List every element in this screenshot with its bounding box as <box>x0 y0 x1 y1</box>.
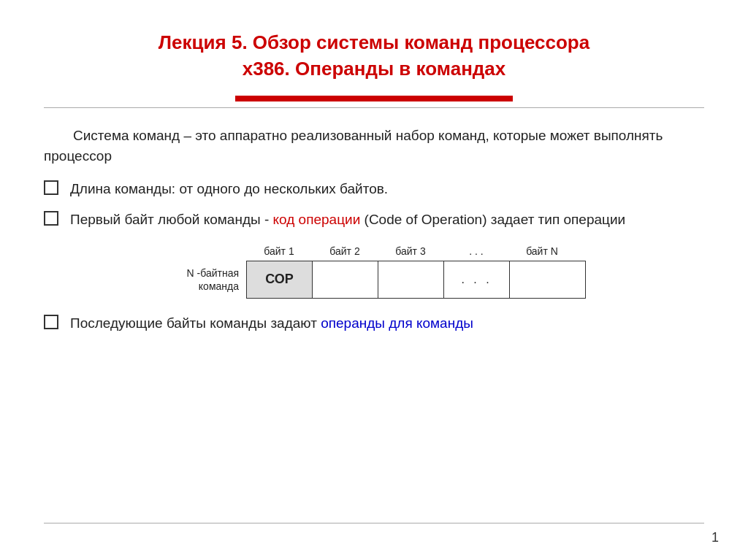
title-line1: Лекция 5. Обзор системы команд процессор… <box>159 31 589 53</box>
diagram-cells-container: СОР . . . <box>246 261 586 299</box>
slide-title: Лекция 5. Обзор системы команд процессор… <box>44 29 704 83</box>
title-line2: x386. Операнды в командах <box>243 58 506 80</box>
bullet-text-3: Последующие байты команды задают операнд… <box>70 313 704 334</box>
bullet-item-2: Первый байт любой команды - код операции… <box>44 210 704 231</box>
diagram-data-row: N -байтнаякоманда СОР . . . <box>162 261 586 299</box>
bullet-3-blue: операнды для команды <box>321 315 473 331</box>
diagram-header-byte2: байт 2 <box>312 245 378 257</box>
diagram-cell-cop: СОР <box>247 261 313 298</box>
bullet-3-before: Последующие байты команды задают <box>70 315 321 331</box>
bullet-text-1: Длина команды: от одного до нескольких б… <box>70 179 704 200</box>
checkbox-icon-1 <box>44 180 58 195</box>
bullet-2-before: Первый байт любой команды - <box>70 212 273 227</box>
diagram-row-label: N -байтнаякоманда <box>162 266 246 293</box>
diagram-cell-3 <box>378 261 444 298</box>
intro-text: Система команд – это аппаратно реализова… <box>44 126 704 167</box>
bullet-text-2: Первый байт любой команды - код операции… <box>70 210 704 231</box>
diagram-header-dots: . . . <box>443 245 509 257</box>
bullet-item-3: Последующие байты команды задают операнд… <box>44 313 704 334</box>
diagram-header-byte1: байт 1 <box>246 245 312 257</box>
bullet-item-1: Длина команды: от одного до нескольких б… <box>44 179 704 200</box>
slide: Лекция 5. Обзор системы команд процессор… <box>0 0 748 560</box>
bullet-2-after: (Code of Operation) задает тип операции <box>360 212 625 227</box>
footer-separator-line <box>44 523 704 523</box>
command-diagram: байт 1 байт 2 байт 3 . . . байт N N -бай… <box>162 245 586 299</box>
diagram-cell-2 <box>313 261 378 298</box>
diagram-header-row: байт 1 байт 2 байт 3 . . . байт N <box>246 245 586 257</box>
diagram-cell-dots: . . . <box>444 261 510 298</box>
diagram-header-byte3: байт 3 <box>378 245 443 257</box>
checkbox-icon-2 <box>44 211 58 226</box>
checkbox-icon-3 <box>44 315 58 329</box>
diagram-header-byteN: байт N <box>509 245 575 257</box>
header-separator-line <box>44 107 704 108</box>
page-number: 1 <box>711 530 719 545</box>
bullet-1-label: Длина команды: от одного до нескольких б… <box>70 181 388 196</box>
red-decorative-bar <box>235 96 513 101</box>
diagram-cell-n <box>510 261 576 298</box>
bullet-2-red: код операции <box>273 212 361 227</box>
